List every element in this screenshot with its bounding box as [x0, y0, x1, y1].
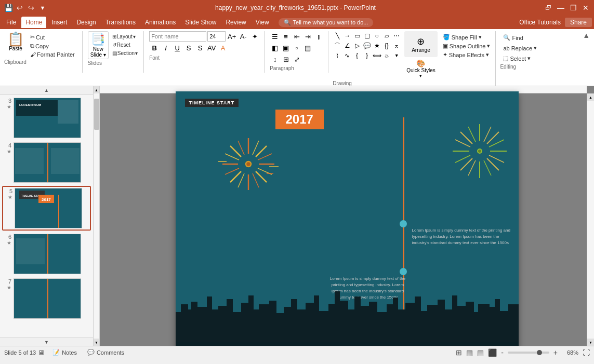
zoom-out-icon[interactable]: - — [501, 348, 504, 357]
shape-oval[interactable]: ○ — [372, 31, 381, 41]
quick-styles-button[interactable]: 🎨 Quick Styles ▾ — [404, 58, 438, 79]
align-right-button[interactable]: ▫ — [292, 43, 302, 53]
shape-fill-button[interactable]: 🪣 Shape Fill ▾ — [441, 33, 493, 41]
shape-double[interactable]: ⟺ — [372, 51, 381, 60]
shape-right[interactable]: ▷ — [352, 41, 362, 50]
slide-item-3[interactable]: 3 ★ LOREM IPSUM — [2, 97, 91, 139]
format-painter-button[interactable]: 🖌 Format Painter — [28, 51, 77, 58]
canvas-scroll-down[interactable]: ▼ — [587, 339, 594, 346]
save-icon[interactable]: 💾 — [4, 4, 12, 12]
cut-button[interactable]: ✂ Cut — [28, 33, 77, 41]
scrollbar-thumb[interactable] — [94, 99, 99, 130]
shape-angle[interactable]: ∠ — [342, 41, 352, 50]
shape-outline-button[interactable]: ▣ Shape Outline ▾ — [441, 42, 493, 50]
reading-view-icon[interactable]: ▤ — [477, 348, 484, 357]
slide-item-6[interactable]: 6 ★ — [2, 233, 91, 275]
shape-arrow[interactable]: → — [342, 31, 352, 41]
slide-item-4[interactable]: 4 ★ — [2, 141, 91, 184]
comments-button[interactable]: 💬 Comments — [84, 348, 127, 357]
columns-button[interactable]: ⫿ — [313, 31, 324, 42]
align-text-button[interactable]: ⊞ — [281, 54, 291, 64]
slideshow-view-icon[interactable]: ⬛ — [488, 348, 497, 357]
copy-button[interactable]: ⧉ Copy — [28, 42, 77, 50]
right-scrollbar[interactable]: ▲ ▼ — [587, 93, 594, 346]
numbering-button[interactable]: ≡ — [281, 31, 291, 42]
section-button[interactable]: ▤ Section ▾ — [111, 50, 139, 57]
tell-me-box[interactable]: 🔍 Tell me what you want to do... — [279, 18, 374, 27]
shape-curve[interactable]: ⌒ — [333, 41, 342, 50]
shape-sun[interactable]: ☼ — [382, 51, 391, 60]
decrease-font-button[interactable]: A- — [238, 31, 248, 42]
menu-home[interactable]: Home — [21, 17, 46, 28]
slide-panel-scrollbar[interactable]: ▲ ▼ — [93, 86, 99, 346]
zoom-in-icon[interactable]: + — [553, 348, 558, 357]
char-spacing-button[interactable]: AV — [206, 43, 217, 53]
outline-view-icon[interactable]: ▦ — [466, 348, 473, 357]
restore-down-icon[interactable]: 🗗 — [544, 4, 552, 12]
layout-button[interactable]: ⊞ Layout ▾ — [111, 33, 139, 40]
shape-dropdown[interactable]: ▼ — [392, 51, 401, 60]
notes-button[interactable]: 📝 Notes — [49, 348, 80, 357]
menu-review[interactable]: Review — [221, 17, 250, 28]
increase-indent-button[interactable]: ⇥ — [302, 31, 313, 42]
shape-brace[interactable]: {} — [382, 41, 391, 50]
office-tutorials-link[interactable]: Office Tutorials — [519, 19, 561, 26]
decrease-indent-button[interactable]: ⇤ — [292, 31, 302, 42]
smartart-button[interactable]: ⤢ — [292, 54, 302, 64]
zoom-level[interactable]: 68% — [562, 349, 578, 356]
shape-more[interactable]: ⋯ — [392, 31, 401, 41]
font-size-input[interactable] — [207, 31, 226, 42]
shape-callout[interactable]: 💬 — [362, 41, 372, 50]
align-left-button[interactable]: ◧ — [270, 43, 280, 53]
find-button[interactable]: 🔍 Find — [500, 33, 540, 42]
share-button[interactable]: Share — [565, 18, 592, 27]
close-icon[interactable]: ✕ — [582, 4, 590, 12]
increase-font-button[interactable]: A+ — [227, 31, 237, 42]
shape-line2[interactable]: ⌇ — [333, 51, 342, 60]
bold-button[interactable]: B — [149, 43, 160, 53]
shape-effects-button[interactable]: ✦ Shape Effects ▾ — [441, 51, 493, 59]
paste-button[interactable]: 📋 Paste — [4, 31, 27, 58]
select-button[interactable]: ⬚ Select ▾ — [500, 54, 540, 63]
shape-star[interactable]: ★ — [372, 41, 381, 50]
zoom-thumb[interactable] — [537, 350, 542, 355]
zoom-slider[interactable] — [508, 352, 549, 354]
minimize-icon[interactable]: — — [557, 4, 565, 12]
scrollbar-down[interactable]: ▼ — [94, 339, 99, 346]
shape-line[interactable]: ╲ — [333, 31, 342, 41]
new-slide-button[interactable]: 📑 New Slide ▾ — [88, 31, 109, 59]
reset-button[interactable]: ↺ Reset — [111, 42, 139, 48]
slide-canvas[interactable]: TIMELINE START 2017 — [176, 91, 519, 346]
bullets-button[interactable]: ☰ — [270, 31, 280, 42]
italic-button[interactable]: I — [161, 43, 171, 53]
fit-slide-icon[interactable]: ⛶ — [583, 348, 590, 357]
menu-view[interactable]: View — [252, 17, 273, 28]
slide-item-7[interactable]: 7 ★ — [2, 277, 91, 320]
menu-insert[interactable]: Insert — [47, 17, 71, 28]
scrollbar-up[interactable]: ▲ — [94, 86, 99, 93]
shape-rect[interactable]: ▭ — [352, 31, 362, 41]
font-name-input[interactable] — [149, 31, 206, 42]
shape-rounded-rect[interactable]: ▢ — [362, 31, 372, 41]
redo-icon[interactable]: ↪ — [27, 4, 35, 12]
align-center-button[interactable]: ▣ — [281, 43, 291, 53]
shape-eq[interactable]: { — [352, 51, 362, 60]
menu-transitions[interactable]: Transitions — [101, 17, 140, 28]
shadow-button[interactable]: S — [195, 43, 205, 53]
text-direction-button[interactable]: ↕ — [270, 54, 280, 64]
shape-chevron[interactable]: ⌅ — [392, 41, 401, 50]
menu-animations[interactable]: Animations — [141, 17, 180, 28]
menu-slideshow[interactable]: Slide Show — [181, 17, 220, 28]
menu-design[interactable]: Design — [72, 17, 100, 28]
restore-icon[interactable]: ❐ — [569, 4, 577, 12]
normal-view-icon[interactable]: ⊞ — [456, 348, 462, 357]
scroll-up-arrow[interactable]: ▲ — [0, 86, 93, 95]
replace-button[interactable]: ab Replace ▾ — [500, 44, 540, 52]
shape-para[interactable]: ▱ — [382, 31, 391, 41]
ribbon-collapse-button[interactable]: ▲ — [583, 31, 590, 39]
justify-button[interactable]: ▤ — [302, 43, 313, 53]
font-color-button[interactable]: A — [218, 43, 228, 53]
canvas-scroll-up[interactable]: ▲ — [587, 93, 594, 101]
strikethrough-button[interactable]: S — [183, 43, 194, 53]
slide-item-5[interactable]: 5 ★ TIMELINE START 2017 — [2, 186, 91, 231]
